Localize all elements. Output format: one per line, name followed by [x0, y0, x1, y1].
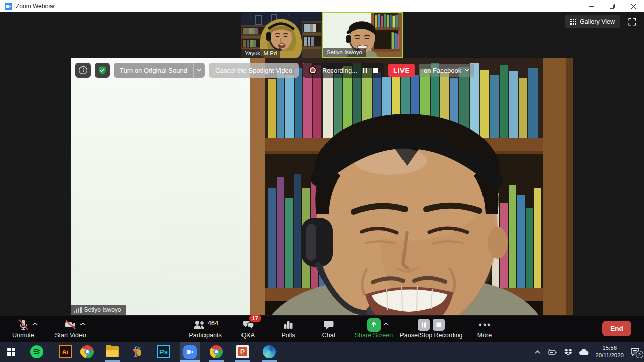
zoom-webinar-window: Zoom Webinar	[0, 0, 644, 362]
start-video-label: Start Video	[55, 332, 86, 339]
taskbar-spotify[interactable]	[30, 345, 44, 359]
taskbar-cocktail-app[interactable]	[129, 345, 143, 359]
tropical-drink-icon	[129, 345, 143, 359]
video-overlay-toolbar: Turn on Original Sound Cancel the Spotli…	[75, 63, 474, 78]
participants-icon	[192, 318, 206, 331]
stop-recording-square-icon[interactable]	[433, 319, 445, 331]
live-label: LIVE	[393, 67, 410, 74]
clock-date: 20/11/2020	[595, 352, 624, 359]
cancel-spotlight-button[interactable]: Cancel the Spotlight Video	[209, 63, 299, 78]
muted-microphone-icon	[17, 318, 30, 331]
gallery-view-button[interactable]: Gallery View	[565, 15, 620, 28]
share-screen-button[interactable]: Share Screen	[351, 316, 397, 342]
taskbar-zoom-active[interactable]	[180, 342, 200, 362]
illustrator-icon: Ai	[59, 345, 72, 358]
chrome-icon	[210, 345, 223, 358]
info-icon	[78, 66, 88, 75]
polls-button[interactable]: Polls	[272, 316, 304, 342]
tray-hidden-icons-chevron[interactable]	[534, 350, 541, 354]
restore-button[interactable]	[602, 0, 623, 12]
more-label: More	[477, 332, 492, 339]
notification-count-badge: 2	[636, 351, 643, 358]
clock-time: 15:56	[595, 344, 624, 352]
more-button[interactable]: More	[468, 316, 501, 342]
recording-indicator: Recording...	[303, 63, 384, 78]
taskbar-chrome-2[interactable]	[209, 345, 223, 359]
edge-icon	[263, 345, 276, 358]
close-button[interactable]	[623, 0, 644, 12]
original-sound-label: Turn on Original Sound	[114, 67, 193, 74]
window-titlebar: Zoom Webinar	[0, 0, 644, 12]
qa-label: Q&A	[242, 332, 255, 339]
recording-label: Recording...	[322, 67, 357, 74]
cancel-spotlight-label: Cancel the Spotlight Video	[215, 67, 292, 74]
active-speaker-name: Setiyo Iswoyo	[84, 306, 121, 313]
chevron-down-icon	[197, 69, 201, 72]
fullscreen-button[interactable]	[625, 15, 639, 28]
active-speaker-video: Turn on Original Sound Cancel the Spotli…	[71, 58, 573, 315]
original-sound-dropdown[interactable]	[194, 69, 205, 72]
audio-options-chevron[interactable]	[32, 322, 38, 326]
qa-count-badge: 17	[249, 315, 261, 322]
taskbar-file-explorer[interactable]	[105, 345, 119, 359]
video-options-chevron[interactable]	[80, 322, 86, 326]
share-options-chevron[interactable]	[383, 322, 389, 326]
chat-button[interactable]: Chat	[312, 316, 345, 342]
polls-label: Polls	[281, 332, 295, 339]
pause-stop-recording-label: Pause/Stop Recording	[399, 332, 462, 339]
security-button[interactable]	[95, 63, 110, 78]
meeting-controls-bar: Unmute Start Video	[0, 316, 644, 342]
participant-thumbnail-setiyo[interactable]: Setiyo Iswoyo	[322, 12, 403, 58]
taskbar-powerpoint[interactable]: P	[235, 345, 250, 359]
audio-level-icon	[74, 307, 82, 313]
pause-recording-square-icon[interactable]	[418, 319, 430, 331]
windows-taskbar: Ai Ps	[0, 342, 644, 362]
onedrive-icon[interactable]	[579, 349, 589, 355]
more-dots-icon	[478, 318, 491, 331]
start-video-button[interactable]: Start Video	[49, 316, 92, 342]
live-destination-button[interactable]: on Facebook	[419, 64, 474, 77]
original-sound-button[interactable]: Turn on Original Sound	[114, 63, 205, 78]
fullscreen-icon	[628, 17, 637, 26]
restore-icon	[610, 4, 615, 9]
end-meeting-button[interactable]: End	[602, 321, 631, 336]
start-button[interactable]	[4, 345, 18, 359]
qa-button[interactable]: 17 Q&A	[232, 316, 264, 342]
share-screen-icon	[367, 318, 381, 332]
stop-recording-icon[interactable]	[373, 68, 378, 73]
taskbar-illustrator[interactable]: Ai	[58, 345, 72, 359]
participants-label: Participants	[189, 332, 221, 339]
meeting-info-button[interactable]	[75, 63, 91, 78]
live-destination-label: on Facebook	[424, 67, 461, 74]
photoshop-icon: Ps	[157, 345, 170, 358]
pause-stop-recording-button[interactable]: Pause/Stop Recording	[398, 316, 464, 342]
unmute-button[interactable]: Unmute	[5, 316, 41, 342]
taskbar-clock[interactable]: 15:56 20/11/2020	[595, 344, 624, 359]
windows-logo-icon	[7, 348, 15, 356]
participant-thumbnail-yayuk[interactable]: Yayuk, M.Pd	[241, 12, 322, 58]
powerpoint-icon: P	[236, 345, 249, 358]
polls-icon	[282, 318, 295, 331]
window-title: Zoom Webinar	[16, 3, 55, 10]
zoom-app-icon	[5, 3, 12, 10]
taskbar-chrome-1[interactable]	[80, 345, 94, 359]
taskbar-edge[interactable]	[262, 345, 276, 359]
minimize-icon	[589, 6, 594, 7]
chat-label: Chat	[322, 332, 335, 339]
battery-icon[interactable]	[547, 348, 557, 355]
system-tray: 15:56 20/11/2020 2	[534, 342, 640, 362]
participants-count: 464	[208, 319, 219, 327]
end-label: End	[610, 325, 623, 332]
participant-name-tag: Yayuk, M.Pd	[241, 49, 280, 58]
file-explorer-icon	[106, 346, 119, 357]
active-speaker-name-tag: Setiyo Iswoyo	[71, 305, 126, 315]
chevron-down-icon	[465, 69, 469, 72]
minimize-button[interactable]	[581, 0, 602, 12]
spotify-icon	[30, 345, 43, 358]
pause-recording-icon[interactable]	[362, 67, 368, 73]
participants-button[interactable]: 464 Participants	[182, 316, 228, 342]
unmute-label: Unmute	[12, 332, 34, 339]
dropbox-icon[interactable]	[564, 348, 572, 356]
action-center-button[interactable]: 2	[630, 348, 640, 356]
taskbar-photoshop[interactable]: Ps	[156, 345, 171, 359]
